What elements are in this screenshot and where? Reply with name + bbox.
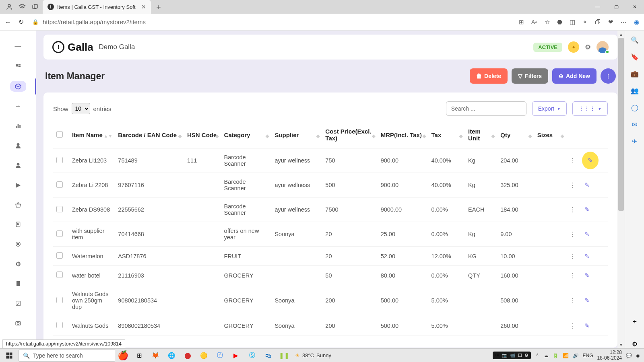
send-icon[interactable]: ✈	[630, 137, 639, 146]
new-tab-button[interactable]: ＋	[155, 2, 162, 12]
row-checkbox[interactable]	[56, 157, 63, 163]
copilot-tray-icon[interactable]: ◉	[636, 353, 640, 358]
nav-customers[interactable]	[10, 140, 26, 151]
row-checkbox[interactable]	[56, 206, 63, 212]
shopping-icon[interactable]: 🔖	[630, 52, 639, 61]
col-qty[interactable]: Qty	[500, 132, 510, 138]
row-menu-icon[interactable]: ⋮	[570, 206, 576, 213]
row-edit-icon[interactable]: ✎	[584, 231, 590, 237]
main-scrollbar[interactable]: ▲ ▼	[617, 31, 625, 348]
text-size-icon[interactable]: AA	[531, 19, 537, 25]
add-tool-icon[interactable]: ＋	[630, 317, 639, 326]
row-edit-icon[interactable]: ✎	[584, 182, 590, 188]
col-sizes[interactable]: Sizes	[537, 132, 553, 138]
nav-reports[interactable]	[10, 120, 26, 131]
row-menu-icon[interactable]: ⋮	[570, 323, 576, 329]
nav-transfer[interactable]: →	[10, 101, 26, 111]
brand-logo[interactable]: ! Galla	[52, 41, 93, 53]
tray-datetime[interactable]: 12:28 18-06-2024	[597, 350, 622, 361]
row-menu-icon[interactable]: ⋮	[570, 231, 576, 237]
start-button[interactable]	[0, 352, 19, 359]
firefox-icon[interactable]: 🦊	[150, 350, 161, 361]
row-checkbox[interactable]	[56, 230, 63, 237]
row-checkbox[interactable]	[56, 272, 63, 278]
favorite-icon[interactable]: ☆	[545, 19, 550, 26]
row-edit-icon[interactable]: ✎	[584, 323, 590, 329]
nav-check[interactable]: ☑	[10, 298, 26, 309]
browser-tab[interactable]: i Items | Galla GST - Inventory Soft ✕	[43, 0, 151, 14]
tray-up-icon[interactable]: ＾	[535, 352, 540, 359]
columns-button[interactable]: ⋮⋮⋮▼	[572, 101, 608, 116]
sidebar-settings-icon[interactable]: ⚙	[630, 339, 639, 348]
profile-icon[interactable]	[6, 3, 13, 10]
close-tab-icon[interactable]: ✕	[139, 4, 146, 10]
tray-volume-icon[interactable]: 🔊	[573, 353, 579, 358]
nav-play[interactable]: ▶	[10, 179, 26, 190]
tray-group[interactable]: ⋯📷📹☐⚙	[493, 352, 531, 359]
nav-location[interactable]	[10, 239, 26, 250]
row-checkbox[interactable]	[56, 297, 63, 303]
add-new-button[interactable]: ⊕Add New	[552, 68, 597, 84]
row-checkbox[interactable]	[56, 252, 63, 259]
export-button[interactable]: Export▼	[532, 101, 567, 116]
delete-button[interactable]: 🗑Delete	[470, 68, 508, 84]
row-menu-icon[interactable]: ⋮	[570, 272, 576, 279]
tools-icon[interactable]: 💼	[630, 69, 639, 78]
nav-building[interactable]	[10, 278, 26, 289]
credits-icon[interactable]: ●	[568, 41, 579, 53]
office-icon[interactable]: ◯	[630, 103, 639, 112]
skype-icon[interactable]: Ⓢ	[247, 350, 257, 361]
row-menu-icon[interactable]: ⋮	[570, 157, 576, 164]
app-mode-icon[interactable]: ⊞	[519, 19, 524, 26]
copilot-icon[interactable]: ◉	[634, 19, 639, 26]
app-icon[interactable]: ❚❚	[279, 350, 289, 361]
col-supplier[interactable]: Supplier	[275, 132, 299, 138]
row-edit-icon[interactable]: ✎	[584, 297, 590, 304]
more-icon[interactable]: ⋯	[621, 19, 627, 26]
collections-icon[interactable]: 🗇	[595, 19, 601, 25]
col-barcode[interactable]: Barcode / EAN Code	[118, 132, 177, 138]
row-menu-icon[interactable]: ⋮	[570, 253, 576, 259]
nav-settings[interactable]: ⚙	[10, 259, 26, 269]
task-view-icon[interactable]: ⊞	[134, 350, 144, 361]
close-window-button[interactable]: ✕	[625, 0, 644, 14]
notifications-icon[interactable]: 💬	[626, 353, 632, 358]
col-category[interactable]: Category	[224, 132, 250, 138]
col-unit[interactable]: Item Unit	[468, 128, 481, 142]
tray-battery-icon[interactable]: 🔋	[553, 353, 559, 358]
row-checkbox[interactable]	[56, 181, 63, 188]
chrome-icon[interactable]: 🟡	[198, 350, 209, 361]
col-mrp[interactable]: MRP(Incl. Tax)	[381, 132, 422, 138]
page-size-select[interactable]: 10	[72, 103, 90, 114]
record-icon[interactable]: ⬤	[182, 350, 193, 361]
tray-wifi-icon[interactable]: 📶	[563, 353, 569, 358]
nav-camera[interactable]	[10, 318, 26, 329]
nav-items[interactable]	[10, 81, 26, 92]
split-screen-icon[interactable]: ◫	[570, 19, 575, 26]
facebook-icon[interactable]: ⓕ	[215, 350, 225, 361]
refresh-button[interactable]: ↻	[19, 18, 27, 26]
sidebar-collapse-icon[interactable]: —	[15, 43, 21, 50]
address-bar[interactable]: 🔒 https://retail.galla.app/mystorev2/ite…	[32, 19, 513, 25]
settings-icon[interactable]: ⚙	[585, 43, 591, 51]
extension1-icon[interactable]: ⬣	[557, 19, 562, 26]
taskbar-search[interactable]: 🔍Type here to search	[19, 350, 115, 362]
people-icon[interactable]: 👥	[630, 86, 639, 95]
select-all-checkbox[interactable]	[56, 131, 63, 138]
more-actions-button[interactable]: ⋮	[601, 68, 616, 84]
favorites-bar-icon[interactable]: ✧	[582, 19, 588, 26]
row-edit-icon[interactable]: ✎	[584, 253, 590, 259]
col-cost[interactable]: Cost Price(Excl. Tax)	[325, 128, 371, 142]
outlook-icon[interactable]: ✉	[630, 120, 639, 129]
tab-actions-icon[interactable]	[31, 3, 39, 10]
row-menu-icon[interactable]: ⋮	[570, 182, 576, 188]
col-tax[interactable]: Tax	[431, 132, 442, 138]
tray-cloud-icon[interactable]: ☁	[544, 353, 549, 358]
back-button[interactable]: ←	[5, 19, 13, 26]
row-edit-icon[interactable]: ✎	[584, 272, 590, 279]
maximize-button[interactable]: ▢	[607, 0, 625, 14]
row-edit-icon[interactable]: ✎	[584, 206, 590, 213]
row-edit-icon[interactable]: ✎	[584, 154, 596, 167]
extension2-icon[interactable]: ❤	[608, 19, 613, 26]
weather-widget[interactable]: ☀ 38°C Sunny	[295, 352, 331, 358]
